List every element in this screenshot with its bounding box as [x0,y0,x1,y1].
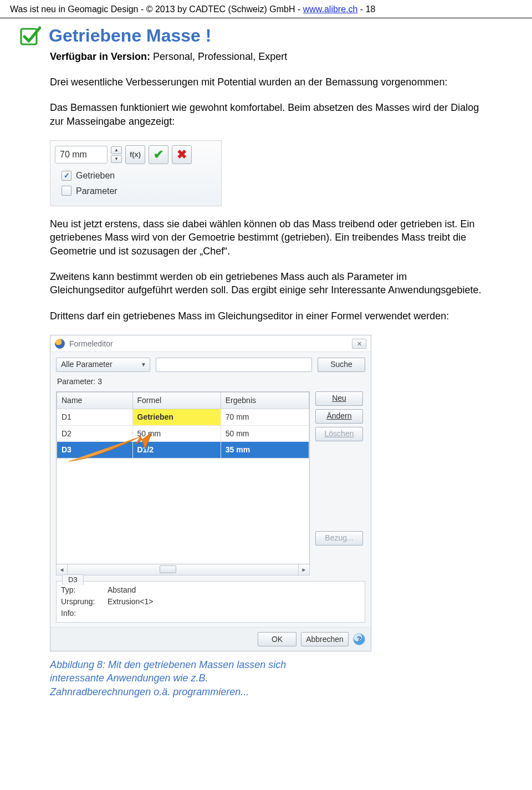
help-button[interactable]: ? [353,633,365,645]
info-info-key: Info: [61,608,100,619]
cell-name: D3 [57,442,133,458]
cell-ergebnis: 70 mm [221,409,309,425]
info-type-key: Typ: [61,585,100,595]
filter-combo[interactable]: Alle Parameter ▼ [56,358,150,372]
dialog-close-button[interactable]: ✕ [352,339,366,349]
new-button[interactable]: Neu [315,391,363,406]
chevron-down-icon: ▼ [141,361,146,369]
app-icon [55,339,65,349]
reject-button[interactable]: ✖ [172,145,192,164]
table-row[interactable]: D2 50 mm 50 mm [57,425,309,442]
info-panel: D3 Typ:Abstand Ursprung:Extrusion<1> Inf… [56,581,365,623]
fx-icon: f(x) [130,150,141,160]
header-text-1: Was ist neu in Geomagic Design - © 2013 … [10,4,303,14]
cell-ergebnis: 50 mm [221,425,309,442]
reference-button[interactable]: Bezug... [315,531,363,546]
info-tab: D3 [62,574,84,585]
section-title: Getriebene Masse ! [49,24,211,48]
x-icon: ✖ [177,146,187,163]
header-rule [0,18,532,18]
accept-button[interactable]: ✔ [149,145,168,164]
paragraph-intro: Drei wesentliche Verbesserungen mit Pote… [50,75,482,89]
parameter-table: Name Formel Ergebnis D1 Getrieben 70 mm [56,391,310,565]
dimension-value-input[interactable] [55,146,108,164]
col-formel[interactable]: Formel [132,392,221,409]
page-header: Was ist neu in Geomagic Design - © 2013 … [0,0,532,18]
formula-editor-dialog: Formeleditor ✕ Alle Parameter ▼ Suche Pa… [50,335,371,651]
spinner-down-icon[interactable]: ▼ [111,155,122,163]
info-type-value: Abstand [108,585,136,595]
close-icon: ✕ [357,340,362,348]
cell-formel: D1/2 [132,442,221,458]
cell-formel: Getrieben [132,409,221,425]
parameter-checkbox[interactable] [62,186,71,196]
paragraph-zwei: Zweitens kann bestimmt werden ob ein get… [50,270,482,297]
check-icon: ✔ [154,146,163,163]
col-name[interactable]: Name [57,392,133,409]
col-ergebnis[interactable]: Ergebnis [221,392,309,409]
cell-name: D1 [57,409,133,425]
parameter-count-label: Parameter: 3 [57,376,365,387]
cell-formel: 50 mm [132,425,221,442]
section-check-icon [19,24,41,47]
table-row[interactable]: D1 Getrieben 70 mm [57,409,309,425]
info-origin-key: Ursprung: [61,597,100,607]
header-page-number: - 18 [357,4,375,14]
help-icon: ? [357,634,361,644]
paragraph-neu: Neu ist jetzt erstens, dass sie dabei wä… [50,217,482,258]
formula-button[interactable]: f(x) [125,145,145,164]
cancel-button[interactable]: Abbrechen [301,632,349,646]
table-row[interactable]: D3 D1/2 35 mm [57,442,309,458]
scroll-track[interactable] [68,564,298,575]
paragraph-drei: Drittens darf ein getriebenes Mass im Gl… [50,309,482,323]
dialog-title: Formeleditor [69,339,113,349]
availability-line: Verfügbar in Version: Personal, Professi… [50,50,482,63]
driven-label: Getrieben [76,170,115,182]
scroll-thumb[interactable] [160,565,176,573]
driven-checkbox[interactable]: ✓ [62,171,71,181]
parameter-label: Parameter [76,185,117,197]
section-title-row: Getriebene Masse ! [19,24,482,48]
search-input[interactable] [156,358,312,372]
scroll-left-icon[interactable]: ◄ [57,564,68,575]
scroll-right-icon[interactable]: ► [298,564,309,575]
info-origin-value: Extrusion<1> [108,597,154,607]
edit-button[interactable]: Ändern [315,409,363,424]
availability-label: Verfügbar in Version: [50,51,150,62]
ok-button[interactable]: OK [258,632,296,646]
dialog-titlebar: Formeleditor ✕ [50,335,371,352]
cell-ergebnis: 35 mm [221,442,309,458]
cell-name: D2 [57,425,133,442]
paragraph-first: Das Bemassen funktioniert wie gewohnt ko… [50,101,482,128]
spinner-up-icon[interactable]: ▲ [111,146,122,154]
header-link[interactable]: www.alibre.ch [303,4,358,14]
table-empty-area [57,458,309,564]
availability-value: Personal, Professional, Expert [150,51,287,62]
figure-caption: Abbildung 8: Mit den getriebenen Massen … [50,658,482,699]
search-button[interactable]: Suche [318,358,365,372]
horizontal-scrollbar[interactable]: ◄ ► [56,564,310,575]
dimension-spinner[interactable]: ▲ ▼ [111,146,122,163]
filter-combo-value: Alle Parameter [61,359,112,370]
delete-button[interactable]: Löschen [315,427,363,441]
dialog-button-bar: OK Abbrechen ? [50,627,371,651]
dimension-dialog: ▲ ▼ f(x) ✔ ✖ ✓ Getrieben Parameter [50,140,222,206]
